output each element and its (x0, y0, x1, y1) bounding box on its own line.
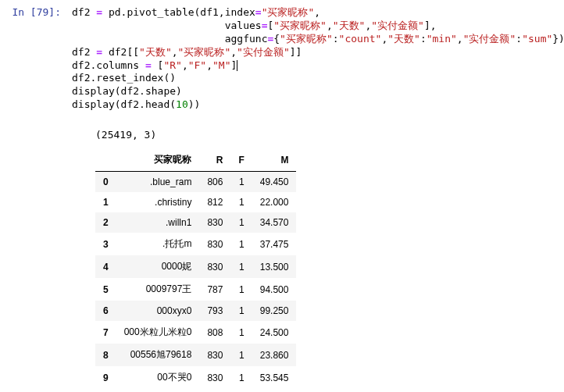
cell: 94.500 (252, 278, 297, 301)
col-m: M (252, 148, 297, 172)
col-f: F (230, 148, 252, 172)
table-row: 6000xyx0793199.250 (95, 301, 296, 321)
cell: 99.250 (252, 301, 297, 321)
cell: 1 (230, 192, 252, 212)
row-index: 9 (95, 366, 116, 389)
cell: 1 (230, 255, 252, 278)
cell: 53.545 (252, 366, 297, 389)
row-index: 6 (95, 301, 116, 321)
table-row: 800556旭79618830123.860 (95, 344, 296, 366)
output-cell: (25419, 3) 买家昵称 R F M 0.blue_ram806149.4… (0, 118, 564, 392)
cell: 000米粒儿米粒0 (116, 321, 200, 344)
cell: 1 (230, 212, 252, 233)
table-row: 3.托托m830137.475 (95, 233, 296, 255)
input-cell: In [79]: df2 = pd.pivot_table(df1,index=… (0, 0, 564, 118)
cell: 1 (230, 278, 252, 301)
cell: 808 (199, 321, 230, 344)
output-area: (25419, 3) 买家昵称 R F M 0.blue_ram806149.4… (67, 121, 564, 392)
cell: 830 (199, 233, 230, 255)
table-row: 1.christiny812122.000 (95, 192, 296, 212)
cell: 0009797王 (116, 278, 200, 301)
cell: 830 (199, 255, 230, 278)
row-index: 7 (95, 321, 116, 344)
col-index (95, 148, 116, 172)
table-header-row: 买家昵称 R F M (95, 148, 296, 172)
cell: 34.570 (252, 212, 297, 233)
cell: 23.860 (252, 344, 297, 366)
cell: 793 (199, 301, 230, 321)
cell: 1 (230, 321, 252, 344)
cell: 1 (230, 344, 252, 366)
cell: 00556旭79618 (116, 344, 200, 366)
cell: .christiny (116, 192, 200, 212)
cell: 0000妮 (116, 255, 200, 278)
cell: 806 (199, 172, 230, 193)
cell: 830 (199, 366, 230, 389)
table-row: 7000米粒儿米粒0808124.500 (95, 321, 296, 344)
cell: 24.500 (252, 321, 297, 344)
cell: 00不哭0 (116, 366, 200, 389)
cell: 830 (199, 212, 230, 233)
cell: .托托m (116, 233, 200, 255)
table-row: 900不哭0830153.545 (95, 366, 296, 389)
col-r: R (199, 148, 230, 172)
code-editor[interactable]: df2 = pd.pivot_table(df1,index="买家昵称", v… (67, 3, 564, 115)
text-cursor (237, 60, 237, 71)
cell: 1 (230, 172, 252, 193)
cell: 000xyx0 (116, 301, 200, 321)
cell: 22.000 (252, 192, 297, 212)
code-content: df2 = pd.pivot_table(df1,index="买家昵称", v… (72, 6, 564, 112)
row-index: 1 (95, 192, 116, 212)
row-index: 4 (95, 255, 116, 278)
cell: 37.475 (252, 233, 297, 255)
table-row: 40000妮830113.500 (95, 255, 296, 278)
dataframe-table: 买家昵称 R F M 0.blue_ram806149.4501.christi… (95, 148, 296, 389)
output-prompt (0, 121, 67, 392)
cell: 13.500 (252, 255, 297, 278)
cell: .willn1 (116, 212, 200, 233)
row-index: 5 (95, 278, 116, 301)
cell: 49.450 (252, 172, 297, 193)
cell: 812 (199, 192, 230, 212)
cell: 830 (199, 344, 230, 366)
cell: .blue_ram (116, 172, 200, 193)
input-prompt: In [79]: (0, 3, 67, 115)
row-index: 0 (95, 172, 116, 193)
table-row: 2.willn1830134.570 (95, 212, 296, 233)
cell: 1 (230, 366, 252, 389)
cell: 1 (230, 301, 252, 321)
row-index: 2 (95, 212, 116, 233)
row-index: 8 (95, 344, 116, 366)
shape-output: (25419, 3) (95, 129, 559, 141)
table-row: 0.blue_ram806149.450 (95, 172, 296, 193)
col-name: 买家昵称 (116, 148, 200, 172)
cell: 787 (199, 278, 230, 301)
table-row: 50009797王787194.500 (95, 278, 296, 301)
row-index: 3 (95, 233, 116, 255)
cell: 1 (230, 233, 252, 255)
